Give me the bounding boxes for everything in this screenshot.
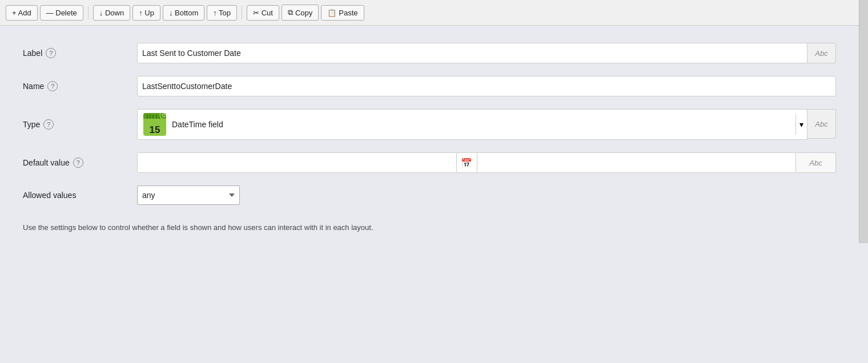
- down-button[interactable]: ↓ Down: [93, 5, 130, 21]
- default-value-second-input[interactable]: [477, 153, 796, 172]
- up-label: ↑ Up: [139, 9, 154, 17]
- default-value-help-icon[interactable]: ?: [73, 158, 83, 168]
- paste-button[interactable]: 📋 Paste: [321, 5, 364, 21]
- calendar-icon[interactable]: 📅: [456, 153, 477, 172]
- type-row: Type ?: [23, 109, 836, 140]
- default-value-label: Default value ?: [23, 158, 137, 168]
- copy-label: Copy: [295, 9, 312, 17]
- label-row: Label ? Abc: [23, 43, 836, 63]
- default-value-row: Default value ? 📅 Abc: [23, 152, 836, 173]
- add-label: + Add: [12, 9, 31, 17]
- cut-label: ✂ Cut: [253, 9, 273, 17]
- name-field-label: Name ?: [23, 81, 137, 91]
- label-input[interactable]: [137, 43, 807, 63]
- separator-2: [242, 6, 242, 19]
- type-dropdown[interactable]: ⏱ 15 DateTime field ▾: [137, 109, 807, 140]
- top-label: ↑ Top: [213, 9, 231, 17]
- allowed-values-select[interactable]: any range list: [137, 185, 240, 205]
- default-value-field-wrapper: 📅 Abc: [137, 152, 836, 173]
- allowed-values-label: Allowed values: [23, 191, 137, 200]
- down-label: ↓ Down: [99, 9, 124, 17]
- name-help-icon[interactable]: ?: [47, 81, 58, 91]
- paste-icon: 📋: [327, 9, 336, 17]
- allowed-values-field-wrapper: any range list: [137, 185, 836, 205]
- type-field-label: Type ?: [23, 119, 137, 130]
- default-abc-button[interactable]: Abc: [796, 152, 836, 173]
- type-select-outer: ⏱ 15 DateTime field ▾ Abc: [137, 109, 836, 140]
- bottom-label: ↓ Bottom: [169, 9, 198, 17]
- main-content: Label ? Abc Name ?: [0, 26, 859, 243]
- allowed-values-row: Allowed values any range list: [23, 185, 836, 205]
- type-abc-badge: Abc: [807, 109, 836, 139]
- label-field-label: Label ?: [23, 48, 137, 58]
- cut-button[interactable]: ✂ Cut: [247, 5, 279, 21]
- default-value-input-wrapper: 📅: [137, 152, 796, 173]
- paste-label: Paste: [339, 9, 357, 17]
- name-field-wrapper: [137, 76, 836, 96]
- add-button[interactable]: + Add: [6, 5, 38, 21]
- label-abc-badge: Abc: [807, 43, 836, 63]
- separator-1: [88, 6, 89, 19]
- type-dropdown-arrow[interactable]: ▾: [795, 114, 807, 135]
- name-row: Name ?: [23, 76, 836, 96]
- copy-button[interactable]: ⧉ Copy: [282, 5, 319, 21]
- copy-icon: ⧉: [288, 8, 293, 17]
- type-value: DateTime field: [172, 120, 790, 129]
- footer-text: Use the settings below to control whethe…: [23, 217, 836, 232]
- label-field-wrapper: Abc: [137, 43, 836, 63]
- bottom-button[interactable]: ↓ Bottom: [163, 5, 204, 21]
- type-field-wrapper: ⏱ 15 DateTime field ▾ Abc: [137, 109, 836, 140]
- datetime-icon: ⏱ 15: [143, 113, 166, 136]
- scrollbar-track[interactable]: [859, 0, 868, 243]
- delete-button[interactable]: — Delete: [40, 5, 83, 21]
- up-button[interactable]: ↑ Up: [132, 5, 160, 21]
- default-value-input[interactable]: [138, 153, 456, 172]
- name-input[interactable]: [137, 76, 836, 96]
- label-help-icon[interactable]: ?: [46, 48, 56, 58]
- type-help-icon[interactable]: ?: [43, 119, 54, 130]
- toolbar: + Add — Delete ↓ Down ↑ Up ↓ Bottom ↑ To…: [0, 0, 859, 26]
- top-button[interactable]: ↑ Top: [207, 5, 237, 21]
- delete-label: — Delete: [46, 9, 77, 17]
